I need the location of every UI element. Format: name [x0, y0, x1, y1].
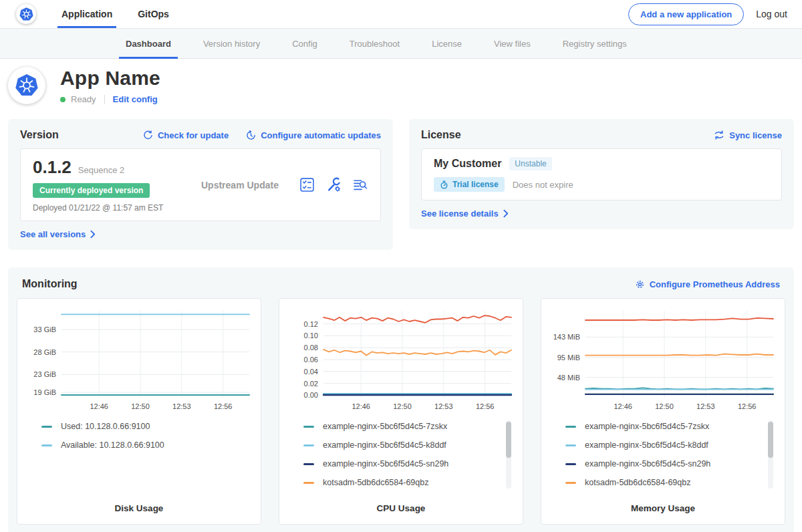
legend-label: Used: 10.128.0.66:9100 — [61, 422, 150, 431]
svg-text:12:53: 12:53 — [696, 402, 715, 410]
legend-label: example-nginx-5bc6f5d4c5-7zskx — [585, 422, 709, 431]
legend-dash-icon — [303, 482, 314, 484]
sync-license-link[interactable]: Sync license — [714, 130, 782, 140]
svg-text:19 GiB: 19 GiB — [33, 388, 56, 396]
status-dot — [60, 97, 65, 102]
app-sub-nav: DashboardVersion historyConfigTroublesho… — [0, 28, 802, 59]
legend-item: kotsadm-5db6dc6584-69qbz — [565, 478, 766, 487]
svg-text:48 MiB: 48 MiB — [557, 374, 580, 382]
tab-view-files[interactable]: View files — [478, 29, 547, 58]
legend-item: example-nginx-5bc6f5d4c5-k8ddf — [303, 440, 504, 450]
svg-text:0.10: 0.10 — [304, 331, 318, 340]
top-nav-tabs: ApplicationGitOps — [57, 0, 190, 28]
chart-plot-memory-usage: 143 MiB95 MiB48 MiB12:4612:5012:5312:56 — [549, 305, 777, 415]
tab-dashboard[interactable]: Dashboard — [110, 29, 187, 58]
svg-text:0.02: 0.02 — [304, 380, 318, 388]
see-license-details-link[interactable]: See license details — [421, 209, 509, 219]
svg-text:95 MiB: 95 MiB — [557, 354, 580, 362]
license-card: License Sync license My Customer Unstabl… — [409, 119, 794, 229]
top-tab-application[interactable]: Application — [57, 0, 116, 28]
edit-config-button[interactable] — [326, 177, 342, 192]
svg-text:12:56: 12:56 — [738, 402, 757, 410]
channel-badge: Unstable — [509, 157, 551, 170]
svg-text:12:50: 12:50 — [655, 402, 674, 410]
svg-text:0.00: 0.00 — [304, 391, 318, 399]
logout-button[interactable]: Log out — [756, 9, 787, 19]
svg-text:23 GiB: 23 GiB — [33, 370, 56, 378]
top-nav: ApplicationGitOps Add a new application … — [0, 0, 802, 28]
chart-plot-cpu-usage: 0.120.100.080.060.040.020.0012:4612:5012… — [287, 305, 515, 415]
svg-text:12:56: 12:56 — [214, 402, 233, 410]
legend-dash-icon — [565, 463, 576, 465]
tab-registry-settings[interactable]: Registry settings — [547, 29, 643, 58]
svg-text:0.06: 0.06 — [304, 356, 318, 364]
app-avatar — [8, 67, 45, 104]
add-application-button[interactable]: Add a new application — [628, 3, 744, 25]
legend-label: kotsadm-5db6dc6584-69qbz — [585, 478, 690, 487]
preflight-checks-button[interactable] — [299, 177, 315, 192]
legend-item: example-nginx-5bc6f5d4c5-sn29h — [565, 459, 766, 469]
svg-text:12:46: 12:46 — [352, 402, 370, 410]
chart-card-cpu-usage: 0.120.100.080.060.040.020.0012:4612:5012… — [279, 298, 523, 525]
legend-dash-icon — [41, 426, 52, 428]
tab-config[interactable]: Config — [276, 29, 333, 58]
check-for-update-label: Check for update — [158, 130, 229, 140]
configure-prometheus-link[interactable]: Configure Prometheus Address — [635, 279, 780, 289]
see-all-versions-label: See all versions — [20, 229, 86, 239]
refresh-icon — [143, 130, 153, 140]
see-all-versions-link[interactable]: See all versions — [20, 229, 96, 239]
chart-legend: example-nginx-5bc6f5d4c5-7zskxexample-ng… — [547, 415, 779, 497]
svg-text:33 GiB: 33 GiB — [33, 325, 56, 334]
check-for-update-link[interactable]: Check for update — [143, 130, 229, 140]
license-type-badge: Trial license — [434, 177, 505, 192]
customer-name: My Customer — [434, 158, 501, 170]
legend-label: example-nginx-5bc6f5d4c5-7zskx — [323, 422, 447, 431]
chart-card-disk-usage: 33 GiB28 GiB23 GiB19 GiB12:4612:5012:531… — [17, 298, 261, 525]
version-number: 0.1.2 — [33, 157, 72, 178]
legend-item: kotsadm-5db6dc6584-69qbz — [303, 478, 504, 487]
chart-legend: Used: 10.128.0.66:9100Available: 10.128.… — [23, 415, 255, 495]
cards-row: Version Check for update Configure au — [0, 119, 802, 250]
tab-license[interactable]: License — [416, 29, 478, 58]
tab-troubleshoot[interactable]: Troubleshoot — [333, 29, 416, 58]
sync-license-label: Sync license — [729, 130, 782, 140]
svg-text:0.12: 0.12 — [304, 320, 318, 328]
brand[interactable] — [16, 0, 36, 28]
top-tab-gitops[interactable]: GitOps — [134, 0, 173, 28]
stopwatch-icon — [440, 180, 448, 189]
version-sequence: Sequence 2 — [78, 165, 124, 175]
svg-text:12:53: 12:53 — [172, 402, 191, 410]
top-nav-right: Add a new application Log out — [628, 0, 802, 28]
legend-dash-icon — [303, 463, 314, 465]
see-license-details-label: See license details — [421, 209, 499, 219]
page-title: App Name — [60, 67, 160, 90]
edit-config-link[interactable]: Edit config — [113, 94, 158, 104]
version-card-title: Version — [20, 129, 59, 141]
view-diff-button[interactable] — [353, 177, 368, 192]
license-type-label: Trial license — [452, 180, 499, 189]
svg-text:0.08: 0.08 — [304, 344, 318, 352]
legend-scrollbar-thumb[interactable] — [768, 422, 773, 458]
legend-item: example-nginx-5bc6f5d4c5-sn29h — [303, 459, 504, 469]
monitoring-section: Monitoring Configure Prometheus Address … — [8, 267, 794, 532]
legend-scrollbar-track[interactable] — [506, 420, 511, 489]
tab-version-history[interactable]: Version history — [187, 29, 276, 58]
configure-prometheus-label: Configure Prometheus Address — [650, 279, 780, 289]
license-expiry: Does not expire — [513, 180, 573, 190]
legend-item: example-nginx-5bc6f5d4c5-7zskx — [303, 422, 504, 431]
legend-dash-icon — [565, 444, 576, 446]
chart-card-memory-usage: 143 MiB95 MiB48 MiB12:4612:5012:5312:56e… — [541, 298, 785, 525]
legend-dash-icon — [303, 444, 314, 446]
legend-scrollbar-track[interactable] — [768, 420, 773, 489]
svg-text:12:50: 12:50 — [393, 402, 412, 410]
svg-text:28 GiB: 28 GiB — [33, 348, 56, 356]
legend-scrollbar-thumb[interactable] — [506, 422, 511, 458]
monitoring-title: Monitoring — [22, 278, 78, 290]
wrench-gear-icon — [326, 177, 342, 192]
license-card-title: License — [421, 129, 461, 141]
configure-automatic-updates-link[interactable]: Configure automatic updates — [246, 130, 381, 140]
license-detail-card: My Customer Unstable Trial license Does … — [421, 148, 782, 201]
legend-label: Available: 10.128.0.66:9100 — [61, 440, 164, 450]
current-version-card: 0.1.2 Sequence 2 Currently deployed vers… — [20, 148, 381, 221]
legend-item: Used: 10.128.0.66:9100 — [41, 422, 242, 431]
